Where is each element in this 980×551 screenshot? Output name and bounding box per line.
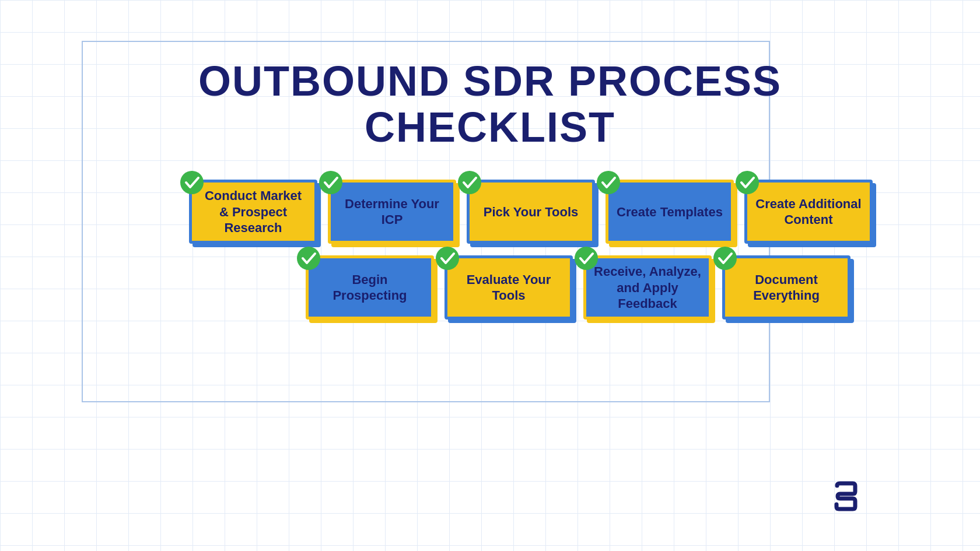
checklist-item-row2-4: Document Everything	[722, 255, 850, 320]
check-badge	[596, 170, 621, 195]
card-label: Pick Your Tools	[477, 199, 586, 225]
checklist-item-row1-2: Determine Your ICP	[328, 180, 456, 244]
checklist-item-row2-1: Begin Prospecting	[306, 255, 434, 320]
checklist-row-1: Conduct Market & Prospect Research Deter…	[189, 180, 873, 244]
page-title: OUTBOUND SDR PROCESS CHECKLIST	[198, 58, 782, 150]
card-label: Create Additional Content	[747, 191, 870, 233]
card-label: Create Templates	[610, 199, 730, 225]
check-badge	[712, 245, 738, 271]
card-label: Conduct Market & Prospect Research	[192, 183, 314, 241]
title-section: OUTBOUND SDR PROCESS CHECKLIST	[198, 58, 782, 150]
checklist-item-row1-3: Pick Your Tools	[467, 180, 595, 244]
card-label: Determine Your ICP	[331, 191, 453, 233]
checklist-item-row1-1: Conduct Market & Prospect Research	[189, 180, 317, 244]
checklist-item-row1-4: Create Templates	[606, 180, 734, 244]
check-badge	[457, 170, 482, 195]
check-badge	[296, 245, 321, 271]
main-content: OUTBOUND SDR PROCESS CHECKLIST Conduct M…	[0, 0, 980, 551]
check-badge	[435, 245, 460, 271]
check-badge	[318, 170, 344, 195]
card-label: Document Everything	[725, 267, 848, 308]
card-label: Receive, Analyze, and Apply Feedback	[586, 259, 709, 317]
check-badge	[179, 170, 205, 195]
check-badge	[573, 245, 599, 271]
check-badge	[734, 170, 760, 195]
checklist-item-row1-5: Create Additional Content	[744, 180, 873, 244]
company-logo	[828, 479, 863, 516]
checklist-item-row2-2: Evaluate Your Tools	[444, 255, 573, 320]
card-label: Evaluate Your Tools	[447, 267, 570, 308]
checklist-row-2: Begin Prospecting Evaluate Your Tools Re…	[306, 255, 850, 320]
checklist-container: Conduct Market & Prospect Research Deter…	[189, 180, 873, 320]
card-label: Begin Prospecting	[309, 267, 431, 308]
checklist-item-row2-3: Receive, Analyze, and Apply Feedback	[583, 255, 712, 320]
